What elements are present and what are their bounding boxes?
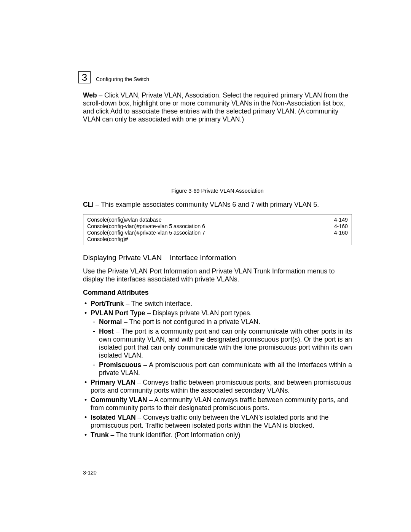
- figure-placeholder: [83, 129, 352, 188]
- cli-row: Console(config)#: [87, 236, 348, 243]
- port-type-sublist: Normal – The port is not configured in a…: [91, 318, 352, 377]
- attr-pvlan-port-type: PVLAN Port Type: [91, 309, 145, 317]
- chapter-badge: 3: [78, 71, 91, 83]
- subheading-part-b: Interface Information: [170, 254, 236, 262]
- attr-normal: Normal: [99, 318, 122, 326]
- attr-isolated-vlan: Isolated VLAN: [91, 414, 136, 421]
- list-item: Promiscuous – A promiscuous port can com…: [91, 361, 352, 377]
- list-item: Trunk – The trunk identifier. (Port Info…: [83, 431, 352, 439]
- attr-port-trunk: Port/Trunk: [91, 300, 124, 307]
- list-item: Host – The port is a community port and …: [91, 328, 352, 359]
- cli-cmd: Console(config)#vlan database: [87, 217, 162, 223]
- web-paragraph: Web – Click VLAN, Private VLAN, Associat…: [83, 91, 352, 123]
- figure-caption: Figure 3-69 Private VLAN Association: [83, 188, 352, 194]
- page: 3 Configuring the Switch Web – Click VLA…: [0, 0, 411, 532]
- attr-text: – The switch interface.: [124, 300, 193, 307]
- cli-cmd: Console(config-vlan)#private-vlan 5 asso…: [87, 223, 205, 230]
- cli-row: Console(config)#vlan database 4-149: [87, 217, 348, 223]
- cli-ref: 4-160: [334, 230, 348, 236]
- attr-trunk: Trunk: [91, 431, 109, 439]
- use-paragraph: Use the Private VLAN Port Information an…: [83, 267, 352, 283]
- command-attributes-heading: Command Attributes: [83, 289, 352, 297]
- list-item: PVLAN Port Type – Displays private VLAN …: [83, 309, 352, 377]
- cli-ref: 4-149: [334, 217, 348, 223]
- list-item: Port/Trunk – The switch interface.: [83, 300, 352, 308]
- attr-text: – The port is not configured in a privat…: [122, 318, 260, 326]
- attr-text: – The port is a community port and can o…: [99, 328, 352, 359]
- list-item: Community VLAN – A community VLAN convey…: [83, 396, 352, 412]
- cli-code-block: Console(config)#vlan database 4-149 Cons…: [83, 214, 352, 245]
- cli-paragraph-text: – This example associates community VLAN…: [94, 201, 319, 208]
- page-number: 3-120: [83, 470, 97, 476]
- attr-text: – The trunk identifier. (Port Informatio…: [109, 431, 241, 439]
- list-item: Isolated VLAN – Conveys traffic only bet…: [83, 414, 352, 430]
- list-item: Primary VLAN – Conveys traffic between p…: [83, 379, 352, 395]
- list-item: Normal – The port is not configured in a…: [91, 318, 352, 326]
- running-head: Configuring the Switch: [96, 76, 149, 82]
- cli-row: Console(config-vlan)#private-vlan 5 asso…: [87, 223, 348, 230]
- cli-row: Console(config-vlan)#private-vlan 5 asso…: [87, 230, 348, 236]
- subheading-part-a: Displaying Private VLAN: [83, 254, 162, 262]
- cli-cmd: Console(config-vlan)#private-vlan 5 asso…: [87, 230, 205, 236]
- attr-community-vlan: Community VLAN: [91, 396, 147, 404]
- cli-ref: 4-160: [334, 223, 348, 230]
- subheading-displaying: Displaying Private VLAN Interface Inform…: [83, 254, 352, 262]
- attributes-list: Port/Trunk – The switch interface. PVLAN…: [83, 300, 352, 439]
- web-paragraph-text: – Click VLAN, Private VLAN, Association.…: [83, 91, 348, 123]
- attr-promiscuous: Promiscuous: [99, 361, 141, 369]
- label-cli: CLI: [83, 201, 94, 208]
- cli-cmd: Console(config)#: [87, 236, 128, 243]
- attr-primary-vlan: Primary VLAN: [91, 379, 135, 386]
- cli-paragraph: CLI – This example associates community …: [83, 201, 352, 209]
- label-web: Web: [83, 91, 97, 99]
- attr-host: Host: [99, 328, 114, 335]
- attr-text: – Displays private VLAN port types.: [145, 309, 252, 317]
